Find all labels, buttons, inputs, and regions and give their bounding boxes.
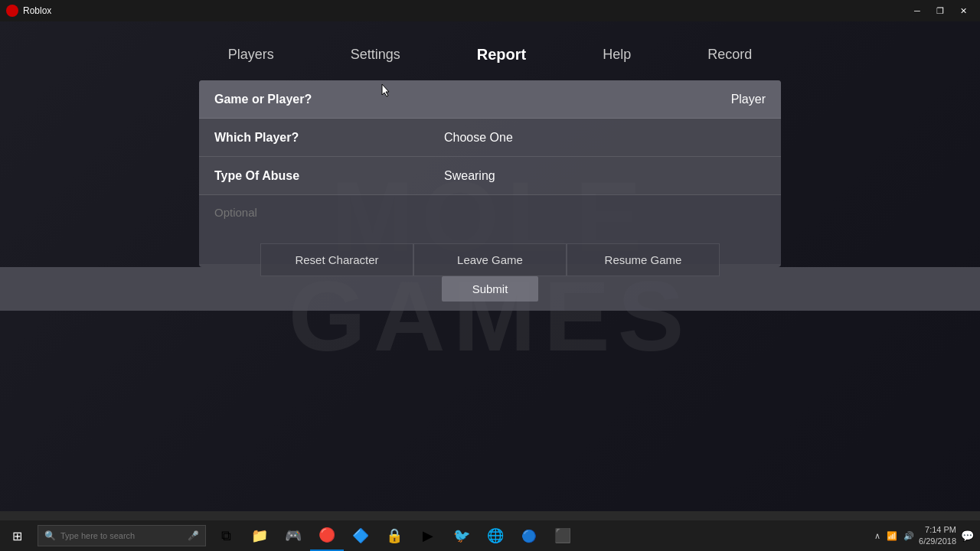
search-bar: 🔍 🎤	[38, 525, 206, 546]
sys-tray: ∧ 📶 🔊	[874, 531, 914, 541]
game-or-player-label: Game or Player?	[199, 82, 429, 117]
resume-game-button[interactable]: Resume Game	[567, 243, 720, 276]
taskbar-app-extra[interactable]: ⬛	[546, 520, 580, 551]
tab-report[interactable]: Report	[439, 37, 564, 73]
taskbar-app-lock[interactable]: 🔒	[377, 520, 411, 551]
type-of-abuse-label: Type Of Abuse	[199, 158, 429, 194]
which-player-value[interactable]: Choose One	[429, 120, 781, 155]
search-input[interactable]	[60, 531, 183, 540]
tab-settings[interactable]: Settings	[312, 37, 439, 72]
titlebar: Roblox ─ ❐ ✕	[0, 0, 980, 21]
clock: 7:14 PM 6/29/2018	[919, 524, 956, 548]
taskbar-app-task-view[interactable]: ⧉	[209, 520, 243, 551]
roblox-icon	[6, 5, 18, 17]
titlebar-title: Roblox	[23, 5, 51, 16]
taskbar-app-roblox[interactable]: 🔴	[310, 520, 344, 551]
which-player-row: Which Player? Choose One	[199, 119, 781, 157]
taskbar: ⊞ 🔍 🎤 ⧉ 📁 🎮 🔴 🔷 🔒 ▶ 🐦 🌐 🔵 ⬛ ∧ 📶 🔊 7:14 P…	[0, 520, 980, 551]
mic-icon: 🎤	[188, 530, 199, 541]
tab-help[interactable]: Help	[564, 37, 669, 72]
taskbar-app-chrome[interactable]: 🔵	[512, 520, 546, 551]
reset-character-button[interactable]: Reset Character	[260, 243, 413, 276]
game-or-player-value[interactable]: Player	[429, 82, 781, 117]
taskbar-app-game[interactable]: 🎮	[276, 520, 310, 551]
bottom-actions: Reset Character Leave Game Resume Game	[0, 243, 980, 276]
notification-icon[interactable]: 💬	[961, 530, 974, 542]
network-icon: 📶	[887, 531, 897, 541]
taskbar-app-bird[interactable]: 🐦	[445, 520, 479, 551]
submit-button[interactable]: Submit	[442, 276, 539, 302]
clock-date: 6/29/2018	[919, 536, 956, 547]
titlebar-left: Roblox	[6, 5, 51, 17]
type-of-abuse-row: Type Of Abuse Swearing	[199, 157, 781, 195]
nav-tabs: Players Settings Report Help Record	[0, 21, 980, 80]
taskbar-app-photoshop[interactable]: 🔷	[344, 520, 377, 551]
close-button[interactable]: ✕	[952, 3, 974, 18]
titlebar-controls: ─ ❐ ✕	[906, 3, 974, 18]
taskbar-right: ∧ 📶 🔊 7:14 PM 6/29/2018 💬	[874, 520, 980, 551]
type-of-abuse-value[interactable]: Swearing	[429, 158, 781, 194]
search-icon: 🔍	[44, 530, 56, 541]
game-or-player-row: Game or Player? Player	[199, 80, 781, 119]
menu-container: Players Settings Report Help Record Game…	[0, 21, 980, 311]
report-form: Game or Player? Player Which Player? Cho…	[199, 80, 781, 267]
taskbar-app-browser[interactable]: 🌐	[479, 520, 512, 551]
which-player-label: Which Player?	[199, 120, 429, 155]
tray-up-arrow[interactable]: ∧	[874, 531, 880, 541]
taskbar-app-explorer[interactable]: 📁	[243, 520, 276, 551]
taskbar-apps: ⧉ 📁 🎮 🔴 🔷 🔒 ▶ 🐦 🌐 🔵 ⬛	[209, 520, 580, 551]
leave-game-button[interactable]: Leave Game	[413, 243, 567, 276]
clock-time: 7:14 PM	[919, 524, 956, 536]
start-button[interactable]: ⊞	[0, 520, 34, 551]
restore-button[interactable]: ❐	[929, 3, 951, 18]
taskbar-app-media[interactable]: ▶	[411, 520, 445, 551]
tab-players[interactable]: Players	[190, 37, 312, 72]
tab-record[interactable]: Record	[669, 37, 790, 72]
minimize-button[interactable]: ─	[906, 3, 928, 18]
volume-icon: 🔊	[903, 531, 914, 541]
